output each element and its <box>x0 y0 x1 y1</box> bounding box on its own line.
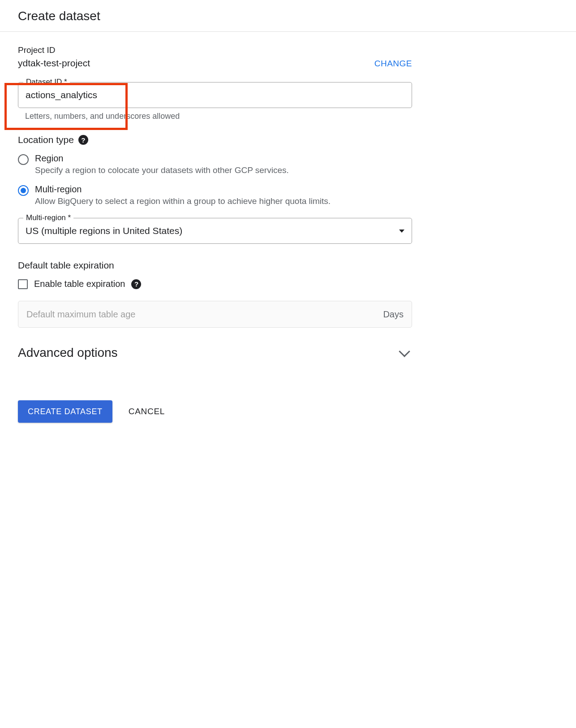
change-project-link[interactable]: CHANGE <box>374 59 412 69</box>
help-icon[interactable]: ? <box>78 135 88 145</box>
location-type-radio-group: Region Specify a region to colocate your… <box>18 153 412 206</box>
multi-region-label: Multi-region * <box>23 213 73 222</box>
advanced-options-label: Advanced options <box>18 346 118 360</box>
create-dataset-button[interactable]: CREATE DATASET <box>18 400 112 423</box>
help-icon[interactable]: ? <box>131 279 141 289</box>
location-type-heading: Location type ? <box>18 134 412 145</box>
radio-icon <box>18 185 29 196</box>
project-id-label: Project ID <box>18 45 412 55</box>
project-id-value: ydtak-test-project <box>18 58 90 69</box>
advanced-options-toggle[interactable]: Advanced options <box>18 346 412 360</box>
dataset-id-helper: Letters, numbers, and underscores allowe… <box>25 112 412 121</box>
dataset-id-input[interactable] <box>18 82 412 108</box>
radio-title: Multi-region <box>35 184 412 195</box>
multi-region-field: Multi-region * US (multiple regions in U… <box>18 218 412 244</box>
button-row: CREATE DATASET CANCEL <box>18 400 412 423</box>
table-expiration-heading: Default table expiration <box>18 260 412 271</box>
multi-region-select[interactable]: US (multiple regions in United States) <box>18 218 412 244</box>
dataset-id-label: Dataset ID * <box>23 78 70 87</box>
checkbox-icon <box>18 279 28 289</box>
radio-title: Region <box>35 153 412 164</box>
radio-option-region[interactable]: Region Specify a region to colocate your… <box>18 153 412 175</box>
cancel-button[interactable]: CANCEL <box>129 407 165 416</box>
enable-expiration-label: Enable table expiration <box>34 279 125 289</box>
radio-option-multi-region[interactable]: Multi-region Allow BigQuery to select a … <box>18 184 412 206</box>
radio-desc: Allow BigQuery to select a region within… <box>35 196 412 206</box>
multi-region-value: US (multiple regions in United States) <box>26 225 182 236</box>
days-suffix: Days <box>383 309 404 320</box>
radio-icon <box>18 154 29 165</box>
max-table-age-input: Default maximum table age Days <box>18 301 412 328</box>
page-title: Create dataset <box>0 0 576 31</box>
project-id-section: Project ID ydtak-test-project CHANGE <box>18 45 412 69</box>
chevron-down-icon <box>399 346 410 357</box>
table-expiration-label: Default table expiration <box>18 260 114 271</box>
radio-desc: Specify a region to colocate your datase… <box>35 165 412 175</box>
enable-expiration-checkbox-row[interactable]: Enable table expiration ? <box>18 279 412 289</box>
max-table-age-placeholder: Default maximum table age <box>26 309 135 320</box>
dataset-id-field: Dataset ID * <box>18 82 412 108</box>
dropdown-arrow-icon <box>399 230 404 233</box>
location-type-label: Location type <box>18 134 74 145</box>
